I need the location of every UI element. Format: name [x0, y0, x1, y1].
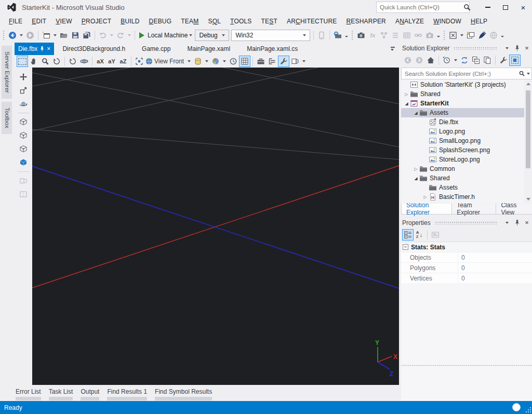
tab-game-cpp[interactable]: Game.cpp — [134, 43, 179, 55]
document-outline-button[interactable] — [267, 56, 278, 67]
menu-debug[interactable]: DEBUG — [144, 16, 177, 27]
close-tab-icon[interactable]: × — [47, 45, 50, 52]
solution-search-input[interactable] — [402, 71, 518, 77]
collapse-section-icon[interactable]: − — [403, 244, 408, 250]
pivot-mode-2-button[interactable] — [18, 130, 29, 141]
property-row-objects[interactable]: Objects 0 — [401, 252, 532, 262]
property-row-vertices[interactable]: Vertices 0 — [401, 273, 532, 283]
find-in-files-button[interactable] — [332, 30, 343, 41]
tab-find-symbol-results[interactable]: Find Symbol Results — [155, 388, 212, 400]
tree-row-shared-folder[interactable]: ▷Shared — [401, 89, 532, 99]
show-all-files-button[interactable] — [509, 55, 521, 66]
tab-class-view[interactable]: Class View — [496, 204, 532, 215]
web-browser-button[interactable] — [488, 30, 499, 41]
expand-arrow-collapsed[interactable]: ▷ — [403, 92, 410, 97]
toggle-grid-button[interactable] — [239, 56, 250, 67]
realtime-render-button[interactable] — [228, 56, 239, 67]
menu-tools[interactable]: TOOLS — [225, 16, 256, 27]
effects-button[interactable]: fx — [367, 30, 378, 41]
menu-help[interactable]: HELP — [466, 16, 492, 27]
rotate-button[interactable] — [18, 98, 29, 110]
sort-alphabetical-button[interactable]: AZ↓ — [414, 229, 425, 241]
pane-menu-caret[interactable] — [503, 219, 511, 227]
navigate-back-button[interactable] — [7, 30, 18, 41]
pin-icon[interactable] — [513, 219, 521, 227]
capture-button[interactable] — [424, 30, 435, 41]
tab-mainpage-xaml[interactable]: MainPage.xaml — [179, 43, 238, 55]
lock-z-axis-button[interactable]: aZ — [117, 56, 129, 67]
new-dropdown-caret[interactable] — [54, 34, 57, 36]
back-dropdown-caret[interactable] — [20, 34, 23, 36]
mirror-button[interactable] — [18, 189, 29, 200]
navigate-forward-button[interactable] — [24, 30, 36, 41]
menu-file[interactable]: FILE — [4, 16, 27, 27]
menu-architecture[interactable]: ARCHITECTURE — [282, 16, 341, 27]
pivot-mode-3-button[interactable] — [18, 143, 29, 155]
property-row-polygons[interactable]: Polygons 0 — [401, 262, 532, 273]
pending-changes-button[interactable] — [441, 55, 453, 66]
tree-row-starterkit-project[interactable]: ◢StarterKit — [401, 99, 532, 108]
tab-mainpage-xaml-cs[interactable]: MainPage.xaml.cs — [238, 43, 306, 55]
view-orientation-button[interactable]: View Front — [145, 56, 192, 67]
categorized-button[interactable] — [402, 229, 414, 241]
lock-x-axis-button[interactable]: aX — [95, 56, 106, 67]
close-pane-icon[interactable]: × — [523, 44, 531, 52]
toolbox-button[interactable] — [255, 56, 267, 67]
xml-dropdown-caret[interactable] — [460, 34, 463, 36]
pin-tab-icon[interactable] — [38, 46, 45, 52]
document-list-dropdown[interactable] — [391, 47, 395, 51]
search-options-caret[interactable] — [527, 73, 530, 75]
expand-arrow-expanded[interactable]: ◢ — [413, 111, 419, 115]
se-properties-button[interactable] — [498, 55, 509, 66]
flip-uv-button[interactable] — [289, 56, 301, 67]
scroll-down-arrow[interactable] — [526, 198, 530, 201]
pivot-mode-1-button[interactable] — [18, 116, 29, 128]
close-pane-icon[interactable]: × — [523, 219, 531, 227]
scale-button[interactable] — [18, 85, 29, 96]
shapes-button[interactable] — [192, 56, 204, 67]
pane-drag-grip[interactable] — [454, 47, 497, 50]
pending-changes-caret[interactable] — [454, 59, 457, 61]
zoom-tool-button[interactable] — [39, 56, 51, 67]
tree-row-solution[interactable]: Solution 'StarterKit' (3 projects) — [401, 80, 532, 89]
tab-find-results-1[interactable]: Find Results 1 — [107, 388, 147, 400]
tab-direct3dbackground-h[interactable]: Direct3DBackground.h — [54, 43, 134, 55]
grid-view-button[interactable] — [401, 30, 413, 41]
flip-uv-caret[interactable] — [302, 60, 305, 62]
model-viewport[interactable]: Y X Z — [32, 68, 399, 385]
menu-window[interactable]: WINDOW — [429, 16, 466, 27]
list-button[interactable] — [390, 30, 401, 41]
preview-selected-button[interactable] — [482, 55, 493, 66]
shading-caret[interactable] — [223, 60, 226, 62]
scroll-up-arrow[interactable] — [526, 83, 530, 85]
new-project-button[interactable] — [41, 30, 52, 41]
solution-search-box[interactable] — [401, 68, 532, 79]
tree-row-assets[interactable]: ◢Assets — [401, 108, 532, 117]
menu-team[interactable]: TEAM — [176, 16, 203, 27]
menu-resharper[interactable]: RESHARPER — [341, 16, 391, 27]
lock-y-axis-button[interactable]: aY — [106, 56, 117, 67]
tree-row-basictimer-h[interactable]: ▷BasicTimer.h — [401, 192, 532, 202]
tree-row-storelogo-png[interactable]: StoreLogo.png — [401, 155, 532, 164]
expand-arrow-expanded[interactable]: ◢ — [413, 176, 419, 181]
quick-launch-box[interactable] — [376, 2, 470, 13]
tree-row-smalllogo-png[interactable]: SmallLogo.png — [401, 136, 532, 145]
sidebar-tab-toolbox[interactable]: Toolbox — [2, 102, 12, 134]
undo-dropdown-caret[interactable] — [110, 34, 113, 36]
expand-arrow-collapsed[interactable]: ▷ — [422, 195, 429, 199]
configuration-combobox[interactable]: Debug — [195, 30, 229, 41]
scroll-thumb[interactable] — [526, 90, 530, 168]
se-forward-button[interactable] — [414, 55, 425, 66]
tree-row-shared-nested[interactable]: ◢Shared — [401, 173, 532, 183]
xml-editor-button[interactable] — [447, 30, 459, 41]
menu-test[interactable]: TEST — [257, 16, 282, 27]
maximize-button[interactable] — [497, 1, 514, 14]
menu-sql[interactable]: SQL — [203, 16, 225, 27]
menu-build[interactable]: BUILD — [116, 16, 144, 27]
device-target-button[interactable] — [316, 30, 327, 41]
tree-row-assets-nested[interactable]: Assets — [401, 183, 532, 192]
cascade-windows-button[interactable] — [465, 30, 476, 41]
pan-tool-button[interactable] — [28, 56, 39, 67]
toolbar-grip[interactable] — [443, 30, 446, 41]
feedback-circle-icon[interactable] — [512, 403, 521, 411]
